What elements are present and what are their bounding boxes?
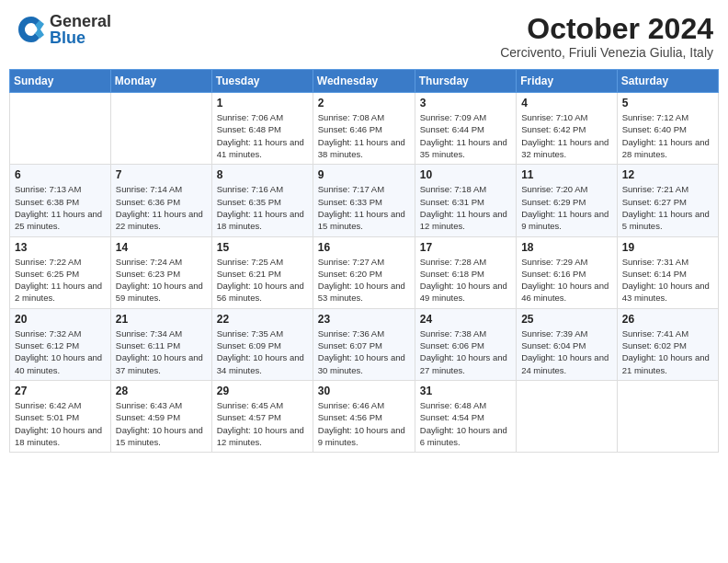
calendar-cell	[517, 380, 618, 452]
calendar-week-2: 6Sunrise: 7:13 AM Sunset: 6:38 PM Daylig…	[10, 165, 719, 236]
weekday-header-monday: Monday	[110, 70, 211, 93]
calendar-cell: 9Sunrise: 7:17 AM Sunset: 6:33 PM Daylig…	[313, 165, 415, 236]
day-number: 2	[318, 97, 410, 109]
day-number: 17	[420, 241, 511, 254]
day-number: 21	[116, 313, 207, 326]
day-info: Sunrise: 6:46 AM Sunset: 4:56 PM Dayligh…	[318, 399, 410, 448]
calendar-cell: 19Sunrise: 7:31 AM Sunset: 6:14 PM Dayli…	[617, 236, 718, 308]
day-info: Sunrise: 6:45 AM Sunset: 4:57 PM Dayligh…	[217, 399, 308, 448]
day-number: 9	[318, 168, 410, 181]
day-number: 6	[15, 168, 106, 181]
calendar-cell: 4Sunrise: 7:10 AM Sunset: 6:42 PM Daylig…	[517, 93, 618, 165]
day-number: 27	[15, 385, 106, 397]
day-info: Sunrise: 7:29 AM Sunset: 6:16 PM Dayligh…	[521, 256, 612, 304]
day-info: Sunrise: 7:25 AM Sunset: 6:21 PM Dayligh…	[217, 256, 308, 304]
day-info: Sunrise: 7:17 AM Sunset: 6:33 PM Dayligh…	[318, 183, 410, 232]
day-info: Sunrise: 7:41 AM Sunset: 6:02 PM Dayligh…	[622, 327, 713, 376]
logo-blue-text: Blue	[50, 29, 111, 46]
day-number: 14	[116, 241, 207, 254]
logo: General Blue	[15, 13, 111, 46]
day-number: 5	[622, 97, 713, 109]
logo-general-text: General	[50, 13, 111, 29]
day-info: Sunrise: 7:18 AM Sunset: 6:31 PM Dayligh…	[420, 183, 511, 232]
day-info: Sunrise: 7:13 AM Sunset: 6:38 PM Dayligh…	[15, 183, 106, 232]
calendar-cell: 16Sunrise: 7:27 AM Sunset: 6:20 PM Dayli…	[313, 236, 415, 308]
day-number: 13	[15, 241, 106, 254]
day-number: 31	[420, 385, 511, 397]
calendar-cell: 20Sunrise: 7:32 AM Sunset: 6:12 PM Dayli…	[10, 308, 111, 380]
calendar-cell: 21Sunrise: 7:34 AM Sunset: 6:11 PM Dayli…	[110, 308, 211, 380]
day-number: 19	[622, 241, 713, 254]
weekday-header-thursday: Thursday	[415, 70, 516, 93]
day-info: Sunrise: 7:27 AM Sunset: 6:20 PM Dayligh…	[318, 256, 410, 304]
page-header: General Blue October 2024 Cercivento, Fr…	[9, 9, 719, 63]
calendar-cell: 15Sunrise: 7:25 AM Sunset: 6:21 PM Dayli…	[211, 236, 313, 308]
calendar-cell: 28Sunrise: 6:43 AM Sunset: 4:59 PM Dayli…	[110, 380, 211, 452]
calendar-week-3: 13Sunrise: 7:22 AM Sunset: 6:25 PM Dayli…	[10, 236, 719, 308]
day-info: Sunrise: 6:42 AM Sunset: 5:01 PM Dayligh…	[15, 399, 106, 448]
calendar-cell: 1Sunrise: 7:06 AM Sunset: 6:48 PM Daylig…	[211, 93, 313, 165]
day-number: 26	[622, 313, 713, 326]
weekday-header-sunday: Sunday	[10, 70, 111, 93]
day-info: Sunrise: 7:35 AM Sunset: 6:09 PM Dayligh…	[217, 327, 308, 376]
day-info: Sunrise: 6:43 AM Sunset: 4:59 PM Dayligh…	[116, 399, 207, 448]
day-info: Sunrise: 7:28 AM Sunset: 6:18 PM Dayligh…	[420, 256, 511, 304]
day-info: Sunrise: 7:24 AM Sunset: 6:23 PM Dayligh…	[116, 256, 207, 304]
calendar-header: SundayMondayTuesdayWednesdayThursdayFrid…	[10, 70, 719, 93]
weekday-header-friday: Friday	[517, 70, 618, 93]
day-info: Sunrise: 7:34 AM Sunset: 6:11 PM Dayligh…	[116, 327, 207, 376]
calendar-cell: 8Sunrise: 7:16 AM Sunset: 6:35 PM Daylig…	[211, 165, 313, 236]
weekday-header-wednesday: Wednesday	[313, 70, 415, 93]
day-number: 29	[217, 385, 308, 397]
title-section: October 2024 Cercivento, Friuli Venezia …	[500, 13, 713, 60]
calendar-cell: 27Sunrise: 6:42 AM Sunset: 5:01 PM Dayli…	[10, 380, 111, 452]
day-number: 3	[420, 97, 511, 109]
calendar-cell: 26Sunrise: 7:41 AM Sunset: 6:02 PM Dayli…	[617, 308, 718, 380]
calendar-cell: 25Sunrise: 7:39 AM Sunset: 6:04 PM Dayli…	[517, 308, 618, 380]
calendar-cell: 7Sunrise: 7:14 AM Sunset: 6:36 PM Daylig…	[110, 165, 211, 236]
calendar-week-5: 27Sunrise: 6:42 AM Sunset: 5:01 PM Dayli…	[10, 380, 719, 452]
calendar-cell: 5Sunrise: 7:12 AM Sunset: 6:40 PM Daylig…	[617, 93, 718, 165]
calendar-cell: 22Sunrise: 7:35 AM Sunset: 6:09 PM Dayli…	[211, 308, 313, 380]
day-number: 18	[521, 241, 612, 254]
day-number: 8	[217, 168, 308, 181]
calendar-cell: 3Sunrise: 7:09 AM Sunset: 6:44 PM Daylig…	[415, 93, 516, 165]
day-info: Sunrise: 7:12 AM Sunset: 6:40 PM Dayligh…	[622, 111, 713, 160]
calendar-cell: 29Sunrise: 6:45 AM Sunset: 4:57 PM Dayli…	[211, 380, 313, 452]
day-info: Sunrise: 7:22 AM Sunset: 6:25 PM Dayligh…	[15, 256, 106, 304]
day-number: 7	[116, 168, 207, 181]
calendar-cell: 12Sunrise: 7:21 AM Sunset: 6:27 PM Dayli…	[617, 165, 718, 236]
calendar-cell: 31Sunrise: 6:48 AM Sunset: 4:54 PM Dayli…	[415, 380, 516, 452]
logo-icon	[15, 13, 48, 46]
month-title: October 2024	[500, 13, 713, 45]
calendar-week-4: 20Sunrise: 7:32 AM Sunset: 6:12 PM Dayli…	[10, 308, 719, 380]
calendar-cell	[617, 380, 718, 452]
calendar-cell: 18Sunrise: 7:29 AM Sunset: 6:16 PM Dayli…	[517, 236, 618, 308]
calendar-cell: 10Sunrise: 7:18 AM Sunset: 6:31 PM Dayli…	[415, 165, 516, 236]
weekday-header-tuesday: Tuesday	[211, 70, 313, 93]
logo-text: General Blue	[50, 13, 111, 46]
day-number: 22	[217, 313, 308, 326]
day-info: Sunrise: 7:21 AM Sunset: 6:27 PM Dayligh…	[622, 183, 713, 232]
day-info: Sunrise: 7:31 AM Sunset: 6:14 PM Dayligh…	[622, 256, 713, 304]
calendar-cell: 14Sunrise: 7:24 AM Sunset: 6:23 PM Dayli…	[110, 236, 211, 308]
day-number: 16	[318, 241, 410, 254]
calendar-cell	[110, 93, 211, 165]
day-info: Sunrise: 7:38 AM Sunset: 6:06 PM Dayligh…	[420, 327, 511, 376]
day-number: 4	[521, 97, 612, 109]
day-info: Sunrise: 7:06 AM Sunset: 6:48 PM Dayligh…	[217, 111, 308, 160]
calendar-cell: 2Sunrise: 7:08 AM Sunset: 6:46 PM Daylig…	[313, 93, 415, 165]
day-number: 12	[622, 168, 713, 181]
day-info: Sunrise: 6:48 AM Sunset: 4:54 PM Dayligh…	[420, 399, 511, 448]
day-info: Sunrise: 7:16 AM Sunset: 6:35 PM Dayligh…	[217, 183, 308, 232]
calendar-cell: 17Sunrise: 7:28 AM Sunset: 6:18 PM Dayli…	[415, 236, 516, 308]
day-info: Sunrise: 7:32 AM Sunset: 6:12 PM Dayligh…	[15, 327, 106, 376]
day-number: 15	[217, 241, 308, 254]
calendar-body: 1Sunrise: 7:06 AM Sunset: 6:48 PM Daylig…	[10, 93, 719, 453]
day-info: Sunrise: 7:10 AM Sunset: 6:42 PM Dayligh…	[521, 111, 612, 160]
calendar-cell: 11Sunrise: 7:20 AM Sunset: 6:29 PM Dayli…	[517, 165, 618, 236]
calendar-cell	[10, 93, 111, 165]
calendar-cell: 23Sunrise: 7:36 AM Sunset: 6:07 PM Dayli…	[313, 308, 415, 380]
location-text: Cercivento, Friuli Venezia Giulia, Italy	[500, 45, 713, 60]
day-info: Sunrise: 7:08 AM Sunset: 6:46 PM Dayligh…	[318, 111, 410, 160]
